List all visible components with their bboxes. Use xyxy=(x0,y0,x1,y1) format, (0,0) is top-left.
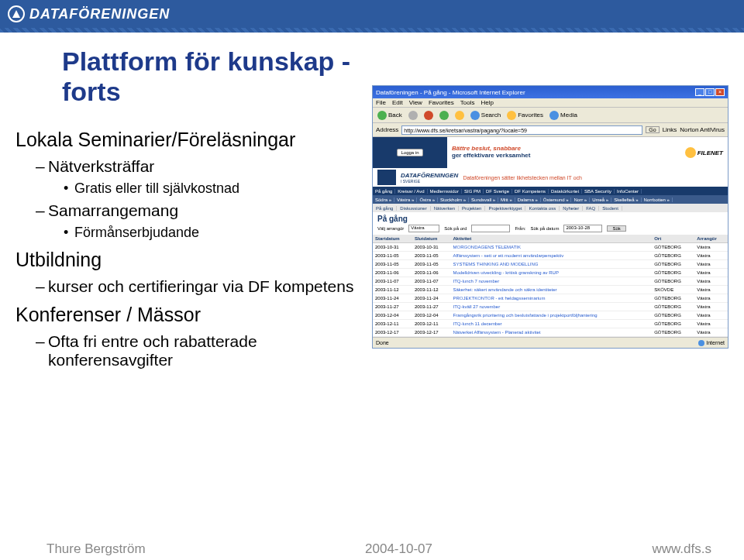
search-word-input[interactable] xyxy=(471,225,510,232)
events-table: Startdatum Slutdatum Aktivitet Ort Arran… xyxy=(373,235,728,337)
nav-item[interactable]: DF Kompetens xyxy=(512,189,549,194)
globe-icon xyxy=(698,340,704,346)
nav-item[interactable]: SBA Security xyxy=(582,189,615,194)
forward-button[interactable] xyxy=(407,110,419,121)
window-title: Dataföreningen - På gång - Microsoft Int… xyxy=(376,89,525,96)
event-link[interactable]: ITQ-kväll 27 november xyxy=(451,303,653,311)
browser-screenshot: Dataföreningen - På gång - Microsoft Int… xyxy=(372,85,728,349)
col-start[interactable]: Startdatum xyxy=(373,235,412,243)
nav-item[interactable]: InfoCenter xyxy=(615,189,642,194)
filenet-logo: FILENET xyxy=(685,147,723,158)
event-link[interactable]: ITQ-lunch 11 december xyxy=(451,320,653,328)
nav-item[interactable]: Student xyxy=(599,206,622,211)
refresh-button[interactable] xyxy=(438,110,450,121)
nav-item[interactable]: Dalarna » xyxy=(515,198,541,202)
login-button[interactable]: Logga in xyxy=(397,149,422,156)
col-end[interactable]: Slutdatum xyxy=(412,235,451,243)
menu-favorites[interactable]: Favorites xyxy=(429,99,454,106)
nav-item[interactable]: Datakörkortet xyxy=(549,189,582,194)
back-icon xyxy=(377,111,387,120)
table-row: 2003-11-062003-11-06Modelldriven utveckl… xyxy=(373,269,728,277)
nav-item[interactable]: Sundsvall » xyxy=(469,198,498,202)
table-row: 2003-12-042003-12-04Framgångsrik priorit… xyxy=(373,311,728,320)
nav-item[interactable]: På gång xyxy=(373,206,397,211)
stop-button[interactable] xyxy=(422,110,435,121)
col-activity[interactable]: Aktivitet xyxy=(451,235,653,243)
nav-item[interactable]: Västra » xyxy=(394,198,417,202)
event-link[interactable]: Nätverket Affärssystem - Planerad aktivi… xyxy=(451,328,653,337)
search-button[interactable]: Sök xyxy=(607,225,625,232)
arrangor-select[interactable]: Västra xyxy=(408,225,439,232)
stop-icon xyxy=(424,111,433,120)
nav-item[interactable]: Umeå » xyxy=(590,198,611,202)
media-button[interactable]: Media xyxy=(548,110,579,121)
brand-row: DATAFÖRENINGEN I SVERIGE Dataföreningen … xyxy=(373,168,728,187)
menu-view[interactable]: View xyxy=(409,99,422,106)
table-row: 2003-12-172003-12-17Nätverket Affärssyst… xyxy=(373,328,728,337)
event-link[interactable]: Framgångsrik prioritering och beslutsfat… xyxy=(451,311,653,320)
norton-label: Norton AntiVirus xyxy=(680,126,725,133)
footer-url: www.dfs.s xyxy=(652,541,711,557)
event-link[interactable]: PROJEKTKONTOR - ett heldagsseminarium xyxy=(451,294,653,303)
col-organizer[interactable]: Arrangör xyxy=(694,235,728,243)
nav-item[interactable]: Skellefteå » xyxy=(611,198,641,202)
section-heading: Lokala Seminarier/Föreläsningar xyxy=(16,129,358,151)
back-button[interactable]: Back xyxy=(376,110,404,121)
nav-item[interactable]: Nyheter xyxy=(560,206,583,211)
nav-item[interactable]: SIG PM xyxy=(462,189,484,194)
status-zone: Internet xyxy=(706,340,725,345)
event-link[interactable]: MORGONDAGENS TELEMATIK xyxy=(451,243,653,252)
home-button[interactable] xyxy=(453,110,466,121)
menu-help[interactable]: Help xyxy=(480,99,493,106)
nav-item[interactable]: Projekten xyxy=(459,206,485,211)
toolbar: Back Search Favorites Media xyxy=(373,108,728,123)
table-row: 2003-10-312003-10-31MORGONDAGENS TELEMAT… xyxy=(373,243,728,252)
nav-item[interactable]: Stockholm » xyxy=(438,198,469,202)
go-button[interactable]: Go xyxy=(646,126,659,133)
nav-item[interactable]: DF Sverige xyxy=(484,189,512,194)
event-link[interactable]: Modelldriven utveckling - kritisk gransk… xyxy=(451,269,653,277)
nav-item[interactable]: Medlemssidor xyxy=(428,189,462,194)
date-input[interactable]: 2003-10-28 xyxy=(563,225,602,232)
menu-tools[interactable]: Tools xyxy=(460,99,475,106)
df-logo: DATAFÖRENINGEN xyxy=(8,5,170,22)
nav-item[interactable]: Nätverken xyxy=(431,206,459,211)
nav-item[interactable]: På gång xyxy=(373,189,395,194)
event-link[interactable]: Affärssystem - sett ur ett modernt använ… xyxy=(451,252,653,260)
slide-title: Plattform för kunskap - forts xyxy=(16,46,358,107)
menu-edit[interactable]: Edit xyxy=(392,99,403,106)
filenet-icon xyxy=(685,147,696,158)
banner-slogan: Bättre beslut, snabbare ger effektivare … xyxy=(452,146,530,160)
links-label[interactable]: Links xyxy=(663,126,677,133)
nav-item[interactable]: Östersund » xyxy=(541,198,572,202)
favorites-button[interactable]: Favorites xyxy=(505,110,545,121)
nav-item[interactable]: Mitt » xyxy=(498,198,515,202)
nav-item[interactable]: FAQ xyxy=(583,206,599,211)
star-icon xyxy=(507,111,516,120)
col-location[interactable]: Ort xyxy=(652,235,694,243)
event-link[interactable]: Säkerhet: säkert användande och säkra id… xyxy=(451,286,653,294)
maximize-button[interactable]: □ xyxy=(705,88,715,96)
table-row: 2003-11-242003-11-24PROJEKTKONTOR - ett … xyxy=(373,294,728,303)
nav-item[interactable]: Kretsar / Avd xyxy=(395,189,427,194)
minimize-button[interactable]: _ xyxy=(695,88,704,96)
nav-item[interactable]: Norrbotten » xyxy=(642,198,673,202)
address-input[interactable]: http://www.dfs.se/kretsar/vastra/pagang/… xyxy=(401,125,642,135)
bullet-level2: Förmånserbjudande xyxy=(64,225,358,241)
event-link[interactable]: ITQ-lunch 7 november xyxy=(451,277,653,286)
nav-item[interactable]: Projektverktyget xyxy=(485,206,525,211)
table-row: 2003-11-072003-11-07ITQ-lunch 7 november… xyxy=(373,277,728,286)
close-button[interactable]: × xyxy=(715,88,725,96)
table-row: 2003-11-122003-11-12Säkerhet: säkert anv… xyxy=(373,286,728,294)
nav-item[interactable]: Östra » xyxy=(417,198,438,202)
bullet-level1: kurser och certifieringar via DF kompete… xyxy=(36,277,358,296)
search-button[interactable]: Search xyxy=(469,110,502,121)
event-link[interactable]: SYSTEMS THINKING AND MODELLING xyxy=(451,260,653,269)
nav-item[interactable]: Kontakta oss xyxy=(525,206,560,211)
nav-item[interactable]: Diskussioner xyxy=(397,206,430,211)
search-row: Välj arrangör Västra Sök på ord Från: Sö… xyxy=(377,225,723,232)
section-heading: Utbildning xyxy=(16,249,358,271)
nav-item[interactable]: Södra » xyxy=(373,198,394,202)
menu-file[interactable]: File xyxy=(376,99,386,106)
nav-item[interactable]: Norr » xyxy=(571,198,590,202)
